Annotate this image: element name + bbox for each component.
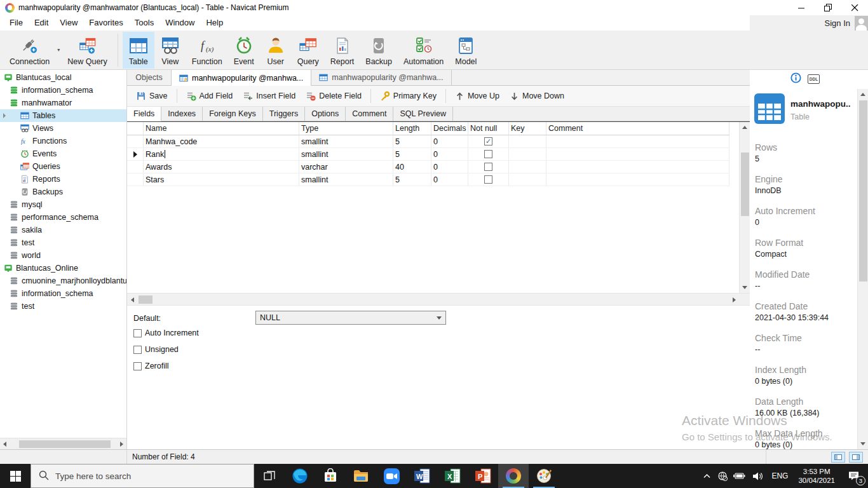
sidebar-item-performance_schema[interactable]: performance_schema [0, 211, 126, 224]
not-null-checkbox[interactable] [484, 163, 492, 171]
taskbar-app-navicat[interactable] [498, 464, 529, 488]
network-globe-icon[interactable] [714, 464, 731, 488]
sidebar-horizontal-scrollbar[interactable] [0, 438, 126, 449]
doc-tab[interactable]: manhwapopularity @manhwa... [311, 70, 451, 85]
table-row[interactable]: Awardsvarchar400 [127, 161, 739, 173]
menu-file[interactable]: File [4, 15, 29, 30]
table-row[interactable]: Manhwa_codesmallint50✓ [127, 135, 739, 148]
sidebar-item-sakila[interactable]: sakila [0, 224, 126, 236]
toolbar-model-button[interactable]: Model [449, 32, 482, 69]
scrollbar-thumb[interactable] [19, 440, 111, 448]
scroll-down-icon[interactable] [742, 286, 747, 289]
cell-type[interactable]: smallint [299, 173, 393, 186]
cell-name[interactable]: Awards [144, 161, 299, 173]
cell-length[interactable]: 5 [393, 148, 431, 161]
scroll-up-icon[interactable] [742, 126, 747, 129]
minimize-button[interactable] [788, 0, 815, 15]
cell-comment[interactable] [546, 148, 729, 161]
toolbar-table-button[interactable]: Table [123, 32, 154, 69]
panel-vertical-scrollbar[interactable] [857, 89, 868, 449]
tab-sql-preview[interactable]: SQL Preview [393, 107, 452, 121]
table-row[interactable]: Ranksmallint50 [127, 148, 739, 161]
restore-button[interactable] [815, 0, 841, 15]
taskbar-app-paint[interactable] [529, 464, 559, 488]
sidebar-item-blantucas_local[interactable]: Blantucas_local [0, 71, 126, 84]
cell-not-null[interactable]: ✓ [468, 135, 509, 148]
user-avatar[interactable] [855, 16, 868, 30]
cell-comment[interactable] [546, 135, 729, 148]
menu-view[interactable]: View [54, 15, 83, 30]
scroll-left-icon[interactable] [131, 297, 134, 302]
checkbox-unsigned[interactable]: Unsigned [133, 345, 179, 354]
sidebar-item-reports[interactable]: Reports [0, 173, 126, 186]
toggle-left-panel-button[interactable] [831, 452, 845, 463]
tab-options[interactable]: Options [305, 107, 346, 121]
toggle-right-panel-button[interactable] [849, 452, 863, 463]
cell-key[interactable] [509, 148, 546, 161]
toolbar-report-button[interactable]: Report [325, 32, 360, 69]
sidebar-item-blantucas_online[interactable]: Blantucas_Online [0, 262, 126, 274]
toolbar-backup-button[interactable]: Backup [360, 32, 398, 69]
toolbar-user-button[interactable]: User [260, 32, 292, 69]
taskbar-app-excel[interactable]: X [437, 464, 468, 488]
toolbar-function-button[interactable]: f(x)Function [186, 32, 228, 69]
menu-edit[interactable]: Edit [29, 15, 54, 30]
tab-comment[interactable]: Comment [346, 107, 393, 121]
cell-type[interactable]: varchar [299, 161, 393, 173]
scrollbar-thumb[interactable] [741, 152, 749, 216]
toolbar-query-button[interactable]: >>Query [292, 32, 325, 69]
sidebar-item-backups[interactable]: Backups [0, 186, 126, 198]
toolbar-connection-button[interactable]: Connection [4, 32, 55, 69]
info-icon[interactable] [790, 72, 801, 85]
cell-decimals[interactable]: 0 [431, 148, 468, 161]
save-button[interactable]: Save [131, 88, 173, 104]
expander-icon[interactable] [3, 113, 6, 118]
toolbar-event-button[interactable]: Event [228, 32, 260, 69]
sidebar-item-tables[interactable]: Tables [0, 109, 126, 122]
cell-type[interactable]: smallint [299, 135, 393, 148]
task-view-button[interactable] [254, 464, 285, 488]
scrollbar-thumb[interactable] [139, 295, 153, 304]
sign-in-link[interactable]: Sign In [825, 18, 850, 28]
taskbar-app-ppt[interactable]: P [468, 464, 498, 488]
scroll-up-icon[interactable] [860, 93, 865, 96]
not-null-checkbox[interactable] [484, 150, 492, 158]
cell-key[interactable] [509, 173, 546, 186]
ddl-icon[interactable]: DDL [808, 74, 820, 84]
scroll-right-icon[interactable] [733, 297, 736, 302]
start-button[interactable] [0, 464, 31, 488]
doc-tab[interactable]: manhwapopularity @manhwa... [172, 70, 311, 86]
cell-length[interactable]: 5 [393, 135, 431, 148]
cell-not-null[interactable] [468, 173, 509, 186]
move-up-button[interactable]: Move Up [450, 88, 505, 104]
cell-key[interactable] [509, 161, 546, 173]
sidebar-item-world[interactable]: world [0, 249, 126, 262]
sidebar-item-information_schema[interactable]: information_schema [0, 84, 126, 97]
cell-length[interactable]: 40 [393, 161, 431, 173]
taskbar-app-word[interactable]: W [407, 464, 437, 488]
cell-type[interactable]: smallint [299, 148, 393, 161]
sidebar-item-cmuonine_marjhonlloydblantuca[interactable]: cmuonine_marjhonlloydblantuca [0, 274, 126, 287]
tab-triggers[interactable]: Triggers [263, 107, 305, 121]
menu-window[interactable]: Window [159, 15, 200, 30]
taskbar-app-store[interactable] [315, 464, 346, 488]
cell-not-null[interactable] [468, 161, 509, 173]
close-button[interactable] [841, 0, 868, 15]
tab-fields[interactable]: Fields [126, 107, 161, 121]
toolbar-new-query-button[interactable]: >>New Query [62, 32, 113, 69]
sidebar-item-information_schema[interactable]: information_schema [0, 287, 126, 300]
cell-length[interactable]: 5 [393, 173, 431, 186]
primary-key-button[interactable]: Primary Key [375, 88, 442, 104]
cell-decimals[interactable]: 0 [431, 135, 468, 148]
scrollbar-thumb[interactable] [859, 100, 867, 281]
not-null-checkbox[interactable]: ✓ [484, 137, 492, 146]
grid-horizontal-scrollbar[interactable] [127, 293, 750, 306]
toolbar-automation-button[interactable]: Automation [398, 32, 449, 69]
language-indicator[interactable]: ENG [766, 471, 793, 480]
cell-name[interactable]: Manhwa_code [144, 135, 299, 148]
add-field-button[interactable]: Add Field [181, 88, 238, 104]
cell-name[interactable]: Stars [144, 173, 299, 186]
move-down-button[interactable]: Move Down [505, 88, 569, 104]
cell-decimals[interactable]: 0 [431, 161, 468, 173]
default-value-combobox[interactable]: NULL [255, 311, 446, 325]
